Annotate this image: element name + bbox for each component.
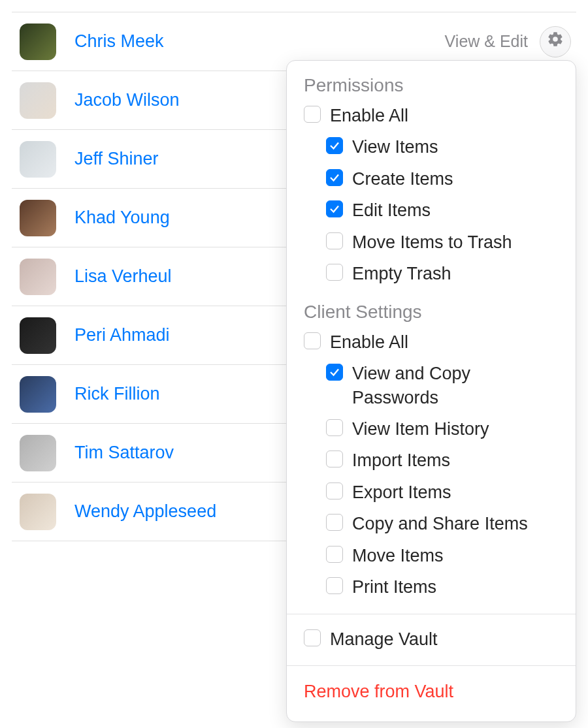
permission-create-items-checkbox[interactable]: Create Items [287,163,576,195]
divider [287,614,576,614]
checkbox-icon [326,232,343,249]
client-print-items-checkbox[interactable]: Print Items [287,571,576,603]
avatar [20,317,56,354]
permissions-heading: Permissions [287,75,576,100]
gear-button[interactable] [540,26,571,57]
checkbox-label: View and Copy Passwords [352,362,559,409]
checkbox-label: Enable All [330,104,408,127]
checkbox-label: Empty Trash [352,262,451,285]
permissions-enable-all-checkbox[interactable]: Enable All [287,100,576,131]
avatar [20,376,56,413]
checkbox-label: Edit Items [352,198,431,222]
checkbox-icon [326,169,343,186]
divider [287,665,576,666]
client-copy-share-items-checkbox[interactable]: Copy and Share Items [287,508,576,539]
checkbox-label: Export Items [352,481,451,504]
avatar [20,494,56,530]
checkbox-label: Move Items [352,544,444,567]
avatar [20,141,56,178]
permission-move-to-trash-checkbox[interactable]: Move Items to Trash [287,227,576,258]
manage-vault-checkbox[interactable]: Manage Vault [287,624,576,655]
vault-users-panel: Chris Meek View & Edit Jacob Wilson Jeff… [0,0,588,541]
permission-edit-items-checkbox[interactable]: Edit Items [287,195,576,226]
avatar [20,24,56,60]
avatar [20,82,56,119]
gear-icon [547,31,564,52]
checkbox-label: Manage Vault [330,627,438,651]
checkbox-label: Copy and Share Items [352,512,528,535]
permissions-popover: Permissions Enable All View Items Create… [286,60,576,722]
checkbox-label: View Item History [352,417,489,441]
checkbox-icon [326,137,343,154]
checkbox-icon [326,264,343,281]
checkbox-label: Create Items [352,167,453,191]
checkbox-label: View Items [352,135,438,159]
client-settings-heading: Client Settings [287,302,576,326]
permission-empty-trash-checkbox[interactable]: Empty Trash [287,258,576,289]
checkbox-icon [304,106,321,123]
client-view-copy-passwords-checkbox[interactable]: View and Copy Passwords [287,358,576,413]
checkbox-icon [326,451,343,467]
remove-from-vault-button[interactable]: Remove from Vault [287,675,576,715]
checkbox-icon [304,629,321,646]
checkbox-label: Enable All [330,330,408,354]
user-name-link[interactable]: Chris Meek [74,31,445,52]
checkbox-icon [304,332,321,349]
checkbox-icon [326,419,343,436]
checkbox-icon [326,577,343,594]
avatar [20,435,56,471]
client-enable-all-checkbox[interactable]: Enable All [287,326,576,358]
checkbox-label: Move Items to Trash [352,230,512,254]
client-export-items-checkbox[interactable]: Export Items [287,477,576,508]
checkbox-icon [326,514,343,531]
checkbox-icon [326,483,343,499]
checkbox-icon [326,200,343,217]
checkbox-label: Print Items [352,575,436,599]
avatar [20,200,56,236]
avatar [20,259,56,295]
checkbox-label: Import Items [352,449,450,472]
user-role-label: View & Edit [445,32,528,51]
client-view-history-checkbox[interactable]: View Item History [287,413,576,445]
checkbox-icon [326,364,343,381]
permission-view-items-checkbox[interactable]: View Items [287,131,576,163]
checkbox-icon [326,546,343,563]
client-move-items-checkbox[interactable]: Move Items [287,540,576,571]
client-import-items-checkbox[interactable]: Import Items [287,445,576,476]
